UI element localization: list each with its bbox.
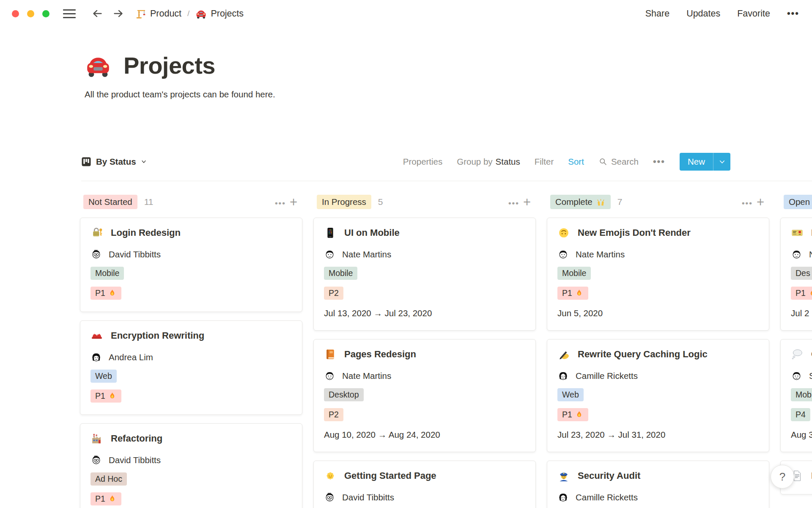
column-add-icon[interactable]: + [290, 196, 297, 209]
new-button[interactable]: New [680, 153, 730, 171]
page-header: Projects All the product team's projects… [85, 52, 275, 99]
priority-tag: P1 [91, 492, 121, 505]
date: Aug 3 [791, 430, 812, 440]
share-button[interactable]: Share [645, 8, 669, 19]
column-more-icon[interactable]: ••• [742, 199, 749, 206]
breadcrumb-label: Product [150, 8, 181, 19]
card-ui-on-mobile[interactable]: UI on Mobile Nate Martins Mobile P2 Jul … [313, 218, 536, 331]
breadcrumb-item-product[interactable]: Product [135, 8, 181, 19]
assignee-name: Camille Ricketts [576, 371, 638, 381]
platform-tag: Mobile [91, 267, 124, 280]
new-button-dropdown[interactable] [713, 153, 730, 171]
priority-tag: P1 [91, 287, 121, 300]
column-more-icon[interactable]: ••• [508, 199, 516, 206]
card-title: Encryption Rewriting [111, 330, 204, 341]
assignee-name: N [809, 249, 812, 260]
avatar-david-tibbitts [324, 491, 335, 503]
platform-tag: Mobile [557, 267, 591, 280]
card-pages-redesign[interactable]: Pages Redesign Nate Martins Desktop P2 A… [313, 339, 536, 452]
card-encryption-rewriting[interactable]: Encryption Rewriting Andrea Lim Web P1 [80, 320, 302, 415]
admission-ticket-emoji-icon [791, 226, 804, 239]
toolbar-more-icon[interactable]: ••• [653, 156, 665, 167]
raising-hands-emoji-icon [596, 197, 606, 207]
police-officer-emoji-icon [557, 469, 570, 482]
search-label: Search [611, 157, 639, 167]
column-header: Not Started 11 ••• + [80, 190, 302, 213]
column-count: 11 [144, 197, 154, 207]
new-button-label[interactable]: New [680, 153, 713, 171]
card-getting-started-page[interactable]: Getting Started Page David Tibbitts [313, 461, 536, 508]
factory-emoji-icon [91, 432, 103, 445]
card-new-emojis-dont-render[interactable]: New Emojis Don't Render Nate Martins Mob… [547, 218, 769, 331]
car-emoji-page-icon[interactable] [85, 52, 112, 79]
card-title: Refactoring [111, 433, 162, 444]
filter-button[interactable]: Filter [535, 157, 554, 167]
card-login-redesign[interactable]: Login Redesign David Tibbitts Mobile P1 [80, 218, 302, 312]
assignee-name: Nate Martins [342, 249, 391, 260]
card-title: UI on Mobile [344, 227, 400, 238]
priority-tag: P1 [557, 408, 588, 421]
chevron-down-icon [141, 159, 147, 165]
card-title: Security Audit [578, 470, 640, 481]
properties-button[interactable]: Properties [403, 157, 442, 167]
close-window-button[interactable] [12, 10, 19, 17]
column-more-icon[interactable]: ••• [275, 199, 282, 206]
rescue-helmet-emoji-icon [91, 329, 103, 342]
card-refactoring[interactable]: Refactoring David Tibbitts Ad Hoc P1 [80, 423, 302, 508]
priority-tag: P2 [324, 287, 343, 300]
mobile-phone-emoji-icon [324, 226, 337, 239]
back-arrow-icon[interactable] [91, 7, 104, 20]
avatar-unknown [791, 370, 802, 381]
platform-tag: Web [91, 370, 117, 383]
window-controls [12, 10, 49, 17]
help-button[interactable]: ? [771, 465, 794, 489]
more-options-icon[interactable]: ••• [787, 8, 799, 19]
status-badge: Open [784, 195, 812, 209]
avatar-nate-martins [324, 370, 335, 381]
assignee-name: David Tibbitts [109, 455, 161, 465]
card-title: Login Redesign [111, 227, 181, 238]
date: Jun 5, 2020 [557, 308, 603, 318]
date-range: Jul 2 [791, 308, 809, 318]
minimize-window-button[interactable] [27, 10, 34, 17]
breadcrumb-label: Projects [211, 8, 244, 19]
view-switcher[interactable]: By Status [81, 157, 147, 167]
card-title: Pages Redesign [344, 349, 416, 360]
status-badge: Not Started [83, 195, 137, 209]
board-view-icon [81, 157, 91, 167]
fire-emoji-icon [108, 289, 117, 298]
group-by-button[interactable]: Group by Status [457, 157, 520, 167]
zoom-window-button[interactable] [42, 10, 49, 17]
column-add-icon[interactable]: + [523, 196, 531, 209]
avatar-david-tibbitts [91, 454, 102, 466]
chevron-down-icon [719, 159, 725, 165]
card-partial-1[interactable]: P N Des P1 Jul 2 [780, 218, 812, 331]
breadcrumb-separator: / [187, 9, 189, 18]
sort-button[interactable]: Sort [568, 157, 584, 167]
column-header: In Progress 5 ••• + [313, 190, 536, 213]
date-range: Jul 13, 2020 → Jul 23, 2020 [324, 308, 432, 318]
date-range: Aug 10, 2020 → Aug 24, 2020 [324, 430, 440, 440]
assignee-name: Andrea Lim [109, 352, 153, 362]
crane-emoji-icon [135, 8, 146, 19]
updates-button[interactable]: Updates [686, 8, 720, 19]
priority-tag: P1 [557, 287, 588, 300]
priority-tag: P2 [324, 408, 343, 421]
favorite-button[interactable]: Favorite [737, 8, 770, 19]
forward-arrow-icon[interactable] [112, 7, 125, 20]
column-header: Open [780, 190, 812, 213]
card-rewrite-query-caching-logic[interactable]: Rewrite Query Caching Logic Camille Rick… [547, 339, 769, 452]
assignee-name: David Tibbitts [342, 492, 394, 502]
page-description: All the product team's projects can be f… [85, 89, 275, 99]
sidebar-menu-icon[interactable] [63, 9, 76, 18]
search-button[interactable]: Search [598, 157, 639, 167]
column-add-icon[interactable]: + [757, 196, 764, 209]
assignee-name: David Tibbitts [109, 249, 161, 260]
breadcrumb-item-projects[interactable]: Projects [195, 8, 244, 19]
priority-tag: P1 [91, 389, 121, 403]
fire-emoji-icon [575, 289, 584, 298]
platform-tag: Web [557, 388, 584, 401]
card-security-audit[interactable]: Security Audit Camille Ricketts [547, 461, 769, 508]
card-partial-2[interactable]: C S Mob P4 Aug 3 [780, 339, 812, 452]
fire-emoji-icon [108, 392, 117, 400]
